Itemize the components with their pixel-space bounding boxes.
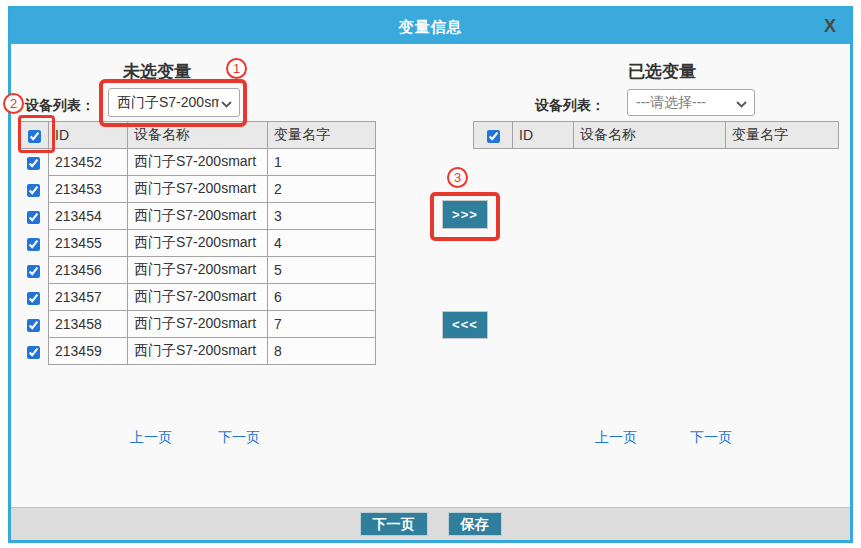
cell-device: 西门子S7-200smart bbox=[128, 149, 268, 176]
annotation-number-3: 3 bbox=[447, 167, 468, 188]
cell-variable: 5 bbox=[268, 257, 376, 284]
variable-info-dialog: 变量信息 X 未选变量 设备列表： 西门子S7-200sma ID 设备名称 变… bbox=[8, 6, 853, 543]
cell-device: 西门子S7-200smart bbox=[128, 284, 268, 311]
row-checkbox[interactable] bbox=[27, 238, 40, 251]
left-device-select-value: 西门子S7-200sma bbox=[109, 94, 219, 112]
cell-id: 213459 bbox=[49, 338, 128, 365]
cell-id: 213452 bbox=[49, 149, 128, 176]
row-checkbox[interactable] bbox=[27, 346, 40, 359]
chevron-down-icon bbox=[221, 95, 232, 111]
save-button[interactable]: 保存 bbox=[448, 512, 502, 536]
left-next-page-link[interactable]: 下一页 bbox=[218, 429, 260, 447]
cell-variable: 2 bbox=[268, 176, 376, 203]
move-left-button[interactable]: <<< bbox=[442, 311, 488, 339]
row-checkbox[interactable] bbox=[27, 211, 40, 224]
cell-device: 西门子S7-200smart bbox=[128, 230, 268, 257]
dialog-header: 变量信息 X bbox=[11, 9, 850, 44]
cell-variable: 4 bbox=[268, 230, 376, 257]
screen: # 变量信息 X 未选变量 设备列表： 西门子S7-200sma ID 设备名称… bbox=[0, 0, 861, 548]
left-device-select[interactable]: 西门子S7-200sma bbox=[108, 88, 240, 117]
annotation-number-2: 2 bbox=[3, 93, 24, 114]
cell-variable: 7 bbox=[268, 311, 376, 338]
row-checkbox[interactable] bbox=[27, 292, 40, 305]
annotation-number-1: 1 bbox=[226, 58, 247, 79]
cell-device: 西门子S7-200smart bbox=[128, 338, 268, 365]
right-select-all-checkbox[interactable] bbox=[487, 130, 500, 143]
cell-id: 213458 bbox=[49, 311, 128, 338]
column-header-id: ID bbox=[513, 122, 574, 149]
selected-variables-title: 已选变量 bbox=[592, 60, 732, 83]
cell-device: 西门子S7-200smart bbox=[128, 176, 268, 203]
cell-id: 213455 bbox=[49, 230, 128, 257]
cell-variable: 8 bbox=[268, 338, 376, 365]
column-header-device: 设备名称 bbox=[574, 122, 726, 149]
left-select-all-checkbox[interactable] bbox=[28, 130, 41, 143]
close-icon[interactable]: X bbox=[824, 9, 836, 44]
table-row: 213459 西门子S7-200smart 8 bbox=[20, 338, 376, 365]
cell-variable: 3 bbox=[268, 203, 376, 230]
cell-device: 西门子S7-200smart bbox=[128, 203, 268, 230]
cell-id: 213456 bbox=[49, 257, 128, 284]
unselected-variables-table: ID 设备名称 变量名字 213452 西门子S7-200smart 1 213… bbox=[19, 121, 376, 365]
right-device-select-value: ---请选择--- bbox=[628, 94, 734, 112]
move-right-button[interactable]: >>> bbox=[442, 200, 488, 229]
right-device-list-label: 设备列表： bbox=[535, 97, 605, 115]
next-page-button[interactable]: 下一页 bbox=[360, 512, 428, 536]
right-device-select[interactable]: ---请选择--- bbox=[627, 89, 755, 116]
cell-variable: 6 bbox=[268, 284, 376, 311]
row-checkbox[interactable] bbox=[27, 319, 40, 332]
cell-device: 西门子S7-200smart bbox=[128, 311, 268, 338]
row-checkbox[interactable] bbox=[27, 184, 40, 197]
table-row: 213458 西门子S7-200smart 7 bbox=[20, 311, 376, 338]
table-row: 213454 西门子S7-200smart 3 bbox=[20, 203, 376, 230]
cell-variable: 1 bbox=[268, 149, 376, 176]
table-header-row: ID 设备名称 变量名字 bbox=[474, 122, 839, 149]
column-header-variable: 变量名字 bbox=[726, 122, 839, 149]
cell-device: 西门子S7-200smart bbox=[128, 257, 268, 284]
row-checkbox[interactable] bbox=[27, 265, 40, 278]
column-header-id: ID bbox=[49, 122, 128, 149]
chevron-down-icon bbox=[736, 95, 747, 111]
right-next-page-link[interactable]: 下一页 bbox=[690, 429, 732, 447]
right-prev-page-link[interactable]: 上一页 bbox=[595, 429, 637, 447]
table-header-row: ID 设备名称 变量名字 bbox=[20, 122, 376, 149]
left-prev-page-link[interactable]: 上一页 bbox=[130, 429, 172, 447]
selected-variables-table: ID 设备名称 变量名字 bbox=[473, 121, 839, 149]
cell-id: 213453 bbox=[49, 176, 128, 203]
column-header-variable: 变量名字 bbox=[268, 122, 376, 149]
left-device-list-label: 设备列表： bbox=[25, 97, 95, 115]
page-behind-fragment: # bbox=[0, 47, 5, 64]
table-row: 213456 西门子S7-200smart 5 bbox=[20, 257, 376, 284]
row-checkbox[interactable] bbox=[27, 157, 40, 170]
table-row: 213455 西门子S7-200smart 4 bbox=[20, 230, 376, 257]
cell-id: 213454 bbox=[49, 203, 128, 230]
table-row: 213453 西门子S7-200smart 2 bbox=[20, 176, 376, 203]
dialog-title: 变量信息 bbox=[11, 9, 850, 44]
dialog-footer: 下一页 保存 bbox=[11, 507, 850, 540]
table-row: 213452 西门子S7-200smart 1 bbox=[20, 149, 376, 176]
unselected-variables-title: 未选变量 bbox=[87, 60, 227, 83]
table-row: 213457 西门子S7-200smart 6 bbox=[20, 284, 376, 311]
column-header-device: 设备名称 bbox=[128, 122, 268, 149]
cell-id: 213457 bbox=[49, 284, 128, 311]
